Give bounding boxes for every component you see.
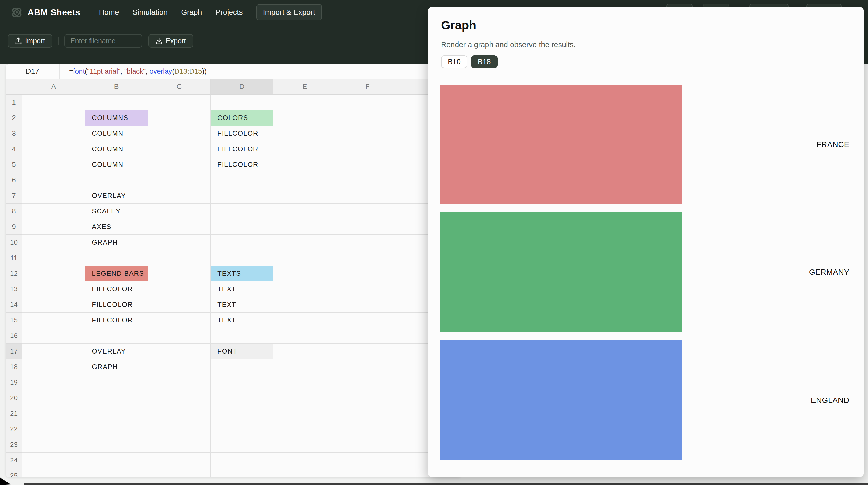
cell-E6[interactable] bbox=[273, 172, 336, 188]
row-header-6[interactable]: 6 bbox=[6, 172, 22, 188]
cell-E5[interactable] bbox=[273, 157, 336, 172]
nav-item-graph[interactable]: Graph bbox=[181, 8, 202, 17]
row-header-4[interactable]: 4 bbox=[6, 141, 22, 157]
cell-A22[interactable] bbox=[22, 421, 85, 437]
cell-D12[interactable]: TEXTS bbox=[211, 266, 273, 282]
cell-E4[interactable] bbox=[273, 141, 336, 157]
row-header-19[interactable]: 19 bbox=[6, 375, 22, 390]
cell-E24[interactable] bbox=[273, 453, 336, 468]
row-header-9[interactable]: 9 bbox=[6, 219, 22, 235]
cell-F7[interactable] bbox=[336, 188, 399, 203]
row-header-10[interactable]: 10 bbox=[6, 235, 22, 250]
cell-C7[interactable] bbox=[148, 188, 211, 203]
cell-F1[interactable] bbox=[336, 95, 399, 110]
cell-B22[interactable] bbox=[85, 421, 148, 437]
row-header-22[interactable]: 22 bbox=[6, 421, 22, 437]
cell-F24[interactable] bbox=[336, 453, 399, 468]
cell-D10[interactable] bbox=[211, 235, 273, 250]
row-header-18[interactable]: 18 bbox=[6, 359, 22, 375]
cell-B8[interactable]: SCALEY bbox=[85, 203, 148, 219]
row-header-1[interactable]: 1 bbox=[6, 95, 22, 110]
cell-F23[interactable] bbox=[336, 437, 399, 453]
cell-F2[interactable] bbox=[336, 110, 399, 126]
cell-A16[interactable] bbox=[22, 328, 85, 344]
export-button[interactable]: Export bbox=[148, 34, 193, 48]
cell-B2[interactable]: COLUMNS bbox=[85, 110, 148, 126]
row-header-15[interactable]: 15 bbox=[6, 313, 22, 328]
cell-D23[interactable] bbox=[211, 437, 273, 453]
cell-C2[interactable] bbox=[148, 110, 211, 126]
cell-D19[interactable] bbox=[211, 375, 273, 390]
cell-C20[interactable] bbox=[148, 390, 211, 406]
cell-D5[interactable]: FILLCOLOR bbox=[211, 157, 273, 172]
cell-A2[interactable] bbox=[22, 110, 85, 126]
cell-E13[interactable] bbox=[273, 282, 336, 297]
row-header-24[interactable]: 24 bbox=[6, 453, 22, 468]
cell-C6[interactable] bbox=[148, 172, 211, 188]
cell-B16[interactable] bbox=[85, 328, 148, 344]
cell-F13[interactable] bbox=[336, 282, 399, 297]
cell-C24[interactable] bbox=[148, 453, 211, 468]
cell-B24[interactable] bbox=[85, 453, 148, 468]
column-header-a[interactable]: A bbox=[22, 79, 85, 95]
cell-D16[interactable] bbox=[211, 328, 273, 344]
row-header-14[interactable]: 14 bbox=[6, 297, 22, 313]
row-header-23[interactable]: 23 bbox=[6, 437, 22, 453]
cell-F17[interactable] bbox=[336, 344, 399, 359]
cell-C16[interactable] bbox=[148, 328, 211, 344]
grid-corner[interactable] bbox=[6, 79, 22, 95]
cell-C9[interactable] bbox=[148, 219, 211, 235]
cell-D13[interactable]: TEXT bbox=[211, 282, 273, 297]
cell-C4[interactable] bbox=[148, 141, 211, 157]
cell-F20[interactable] bbox=[336, 390, 399, 406]
cell-F4[interactable] bbox=[336, 141, 399, 157]
cell-D9[interactable] bbox=[211, 219, 273, 235]
cell-F25[interactable] bbox=[336, 468, 399, 477]
graph-tab-b10[interactable]: B10 bbox=[441, 55, 467, 68]
cell-C11[interactable] bbox=[148, 250, 211, 266]
row-header-13[interactable]: 13 bbox=[6, 282, 22, 297]
cell-D21[interactable] bbox=[211, 406, 273, 421]
cell-D24[interactable] bbox=[211, 453, 273, 468]
formula-input[interactable]: =font("11pt arial", "black", overlay(D13… bbox=[60, 64, 207, 78]
cell-C1[interactable] bbox=[148, 95, 211, 110]
cell-B12[interactable]: LEGEND BARS bbox=[85, 266, 148, 282]
cell-D6[interactable] bbox=[211, 172, 273, 188]
cell-B11[interactable] bbox=[85, 250, 148, 266]
cell-C19[interactable] bbox=[148, 375, 211, 390]
column-header-e[interactable]: E bbox=[273, 79, 336, 95]
cell-C21[interactable] bbox=[148, 406, 211, 421]
cell-B20[interactable] bbox=[85, 390, 148, 406]
cell-E9[interactable] bbox=[273, 219, 336, 235]
cell-A20[interactable] bbox=[22, 390, 85, 406]
cell-E12[interactable] bbox=[273, 266, 336, 282]
column-header-d[interactable]: D bbox=[211, 79, 273, 95]
cell-A17[interactable] bbox=[22, 344, 85, 359]
cell-A3[interactable] bbox=[22, 126, 85, 141]
nav-item-projects[interactable]: Projects bbox=[216, 8, 243, 17]
cell-B17[interactable]: OVERLAY bbox=[85, 344, 148, 359]
row-header-12[interactable]: 12 bbox=[6, 266, 22, 282]
cell-B6[interactable] bbox=[85, 172, 148, 188]
cell-F3[interactable] bbox=[336, 126, 399, 141]
cell-D20[interactable] bbox=[211, 390, 273, 406]
cell-A25[interactable] bbox=[22, 468, 85, 477]
row-header-11[interactable]: 11 bbox=[6, 250, 22, 266]
cell-E25[interactable] bbox=[273, 468, 336, 477]
cell-F9[interactable] bbox=[336, 219, 399, 235]
cell-B10[interactable]: GRAPH bbox=[85, 235, 148, 250]
cell-C10[interactable] bbox=[148, 235, 211, 250]
cell-C3[interactable] bbox=[148, 126, 211, 141]
cell-D8[interactable] bbox=[211, 203, 273, 219]
cell-F12[interactable] bbox=[336, 266, 399, 282]
cell-E14[interactable] bbox=[273, 297, 336, 313]
cell-B4[interactable]: COLUMN bbox=[85, 141, 148, 157]
cell-C25[interactable] bbox=[148, 468, 211, 477]
cell-E1[interactable] bbox=[273, 95, 336, 110]
cell-B25[interactable] bbox=[85, 468, 148, 477]
cell-B18[interactable]: GRAPH bbox=[85, 359, 148, 375]
row-header-20[interactable]: 20 bbox=[6, 390, 22, 406]
cell-F14[interactable] bbox=[336, 297, 399, 313]
cell-B14[interactable]: FILLCOLOR bbox=[85, 297, 148, 313]
cell-A24[interactable] bbox=[22, 453, 85, 468]
